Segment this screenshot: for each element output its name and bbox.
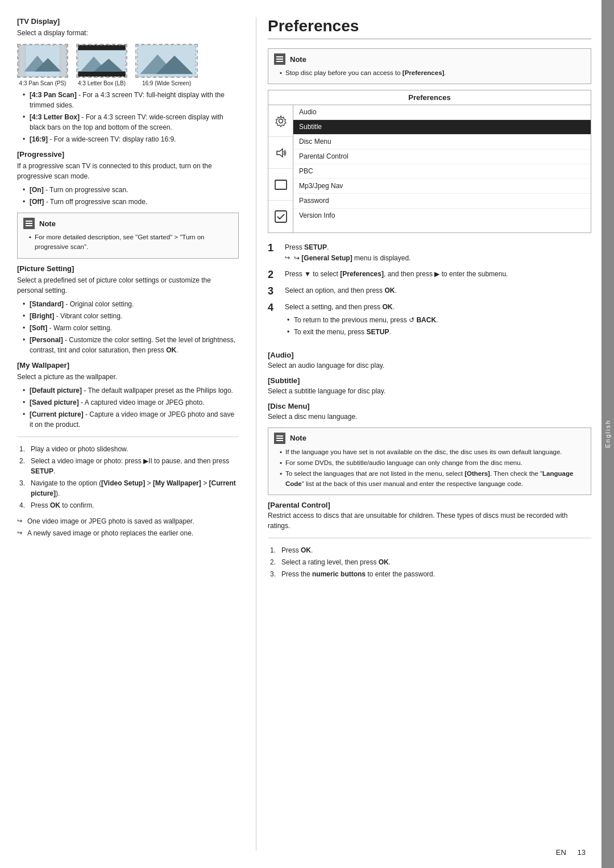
my-wallpaper-bullets: [Default picture] - The default wallpape… — [23, 385, 239, 430]
parental-step-3: 3.Press the numeric buttons to enter the… — [270, 569, 591, 579]
step-row-4: 4 Select a setting, and then press OK. T… — [268, 302, 591, 343]
tv-img-wide-label: 16:9 (Wide Screen) — [142, 80, 191, 86]
right-column: Preferences Note Stop disc play before y… — [256, 17, 591, 851]
step-4: 4.Press OK to confirm. — [19, 500, 239, 510]
divider-1 — [17, 437, 239, 437]
step-4-sub-2: To exit the menu, press SETUP. — [287, 327, 438, 337]
pref-icons-col — [268, 105, 293, 232]
note-box-top: Note Stop disc play before you can acces… — [268, 48, 591, 84]
svg-rect-7 — [78, 45, 126, 50]
speaker-icon — [275, 147, 287, 159]
parental-steps: 1.Press OK. 2.Select a rating level, the… — [270, 545, 591, 579]
pref-item-parental-control[interactable]: Parental Control — [293, 149, 591, 164]
bullet-pan-scan: [4:3 Pan Scan] - For a 4:3 screen TV: fu… — [23, 90, 239, 110]
step-1: 1.Play a video or photo slideshow. — [19, 444, 239, 454]
tv-display-subtext: Select a display format: — [17, 28, 239, 38]
tv-images-row: 4:3 Pan Scan (PS) — [17, 44, 239, 86]
progressive-text: If a progressive scan TV is connected to… — [17, 161, 239, 181]
bullet-saved-picture: [Saved picture] - A captured video image… — [23, 397, 239, 408]
picture-setting-section: [Picture Setting] Select a predefined se… — [17, 264, 239, 355]
picture-setting-text: Select a predefined set of picture color… — [17, 275, 239, 296]
bullet-current-picture: [Current picture] - Capture a video imag… — [23, 409, 239, 430]
note-2-item-0: If the language you have set is not avai… — [280, 447, 585, 457]
bullet-soft: [Soft] - Warm color setting. — [23, 323, 239, 333]
svg-point-16 — [279, 119, 283, 123]
note-2-item-1: For some DVDs, the subtitle/audio langua… — [280, 458, 585, 468]
note-header-1: Note — [23, 218, 233, 229]
screen-icon — [275, 180, 287, 190]
my-wallpaper-heading: [My Wallpaper] — [17, 361, 239, 369]
bullet-on: [On] - Turn on progressive scan. — [23, 185, 239, 195]
tv-display-bullets: [4:3 Pan Scan] - For a 4:3 screen TV: fu… — [23, 90, 239, 144]
check-icon — [275, 210, 287, 223]
step-num-2: 2 — [268, 269, 279, 281]
arrow-item-1: One video image or JPEG photo is saved a… — [17, 516, 239, 526]
bullet-letter-box: [4:3 Letter Box] - For a 4:3 screen TV: … — [23, 112, 239, 132]
svg-rect-8 — [78, 72, 126, 77]
gear-icon — [275, 115, 287, 127]
tv-image-pan-scan: 4:3 Pan Scan (PS) — [17, 44, 68, 86]
pref-item-subtitle[interactable]: Subtitle — [293, 120, 591, 135]
language-tab: English — [601, 0, 614, 868]
disc-menu-section: [Disc Menu] Select a disc menu language. — [268, 402, 591, 422]
note-top-item-0: Stop disc play before you can access to … — [280, 68, 585, 78]
page-footer: EN 13 — [556, 848, 586, 857]
bullet-bright: [Bright] - Vibrant color setting. — [23, 311, 239, 321]
step-2: 2.Select a video image or photo: press ▶… — [19, 456, 239, 476]
subtitle-text: Select a subtitle language for disc play… — [268, 386, 591, 396]
pref-icon-check — [268, 201, 293, 232]
audio-heading: [Audio] — [268, 351, 591, 359]
note-header-top: Note — [274, 53, 585, 65]
step-3: 3.Navigate to the option ([Video Setup] … — [19, 478, 239, 499]
note-list-2: If the language you have set is not avai… — [280, 447, 585, 489]
step-content-2: Press ▼ to select [Preferences], and the… — [285, 269, 508, 281]
step-content-4: Select a setting, and then press OK. To … — [285, 302, 438, 343]
svg-rect-0 — [19, 45, 67, 77]
pref-item-disc-menu[interactable]: Disc Menu — [293, 135, 591, 149]
pref-item-pbc[interactable]: PBC — [293, 164, 591, 179]
note-label-1: Note — [39, 219, 56, 228]
steps-section: 1 Press SETUP. ↪ [General Setup] menu is… — [268, 242, 591, 343]
progressive-heading: [Progressive] — [17, 150, 239, 159]
pref-icon-speaker — [268, 137, 293, 169]
step-row-1: 1 Press SETUP. ↪ [General Setup] menu is… — [268, 242, 591, 264]
pref-item-mp3-jpeg[interactable]: Mp3/Jpeg Nav — [293, 179, 591, 194]
pref-item-version-info[interactable]: Version Info — [293, 209, 591, 223]
parental-step-1: 1.Press OK. — [270, 545, 591, 555]
svg-marker-17 — [277, 149, 283, 157]
left-column: [TV Display] Select a display format: — [17, 17, 256, 851]
preferences-table: Preferences — [268, 90, 591, 233]
note-box-2: Note If the language you have set is not… — [268, 427, 591, 495]
audio-section: [Audio] Select an audio language for dis… — [268, 351, 591, 371]
tv-img-wide-box — [135, 44, 198, 78]
parental-control-text: Restrict access to discs that are unsuit… — [268, 510, 591, 531]
progressive-section: [Progressive] If a progressive scan TV i… — [17, 150, 239, 207]
pref-item-audio[interactable]: Audio — [293, 105, 591, 120]
tv-display-heading: [TV Display] — [17, 17, 239, 26]
note-label-2: Note — [290, 434, 306, 442]
step-1-arrow: ↪ [General Setup] menu is displayed. — [285, 253, 410, 264]
parental-step-2: 2.Select a rating level, then press OK. — [270, 557, 591, 567]
bullet-16-9: [16:9] - For a wide-screen TV: display r… — [23, 134, 239, 144]
bullet-default-picture: [Default picture] - The default wallpape… — [23, 385, 239, 396]
tv-image-wide-screen: 16:9 (Wide Screen) — [135, 44, 198, 86]
note-icon-2 — [274, 433, 285, 444]
step-4-sub-1: To return to the previous menu, press ↺ … — [287, 315, 438, 325]
page-num: 13 — [578, 848, 586, 857]
bullet-off: [Off] - Turn off progressive scan mode. — [23, 197, 239, 207]
svg-rect-4 — [19, 45, 25, 77]
note-box-1: Note For more detailed description, see … — [17, 213, 239, 259]
note-icon-top — [274, 53, 285, 65]
picture-setting-bullets: [Standard] - Original color setting. [Br… — [23, 299, 239, 355]
arrow-item-2: A newly saved image or photo replaces th… — [17, 528, 239, 538]
tv-img-letter-box-box — [76, 44, 127, 78]
svg-rect-5 — [60, 45, 67, 77]
note-label-top: Note — [290, 55, 306, 64]
divider-parental — [268, 538, 591, 538]
my-wallpaper-text: Select a picture as the wallpaper. — [17, 372, 239, 382]
audio-text: Select an audio language for disc play. — [268, 360, 591, 371]
pref-icon-gear — [268, 105, 293, 137]
step-num-4: 4 — [268, 302, 279, 343]
pref-item-password[interactable]: Password — [293, 194, 591, 209]
step-num-3: 3 — [268, 285, 279, 297]
